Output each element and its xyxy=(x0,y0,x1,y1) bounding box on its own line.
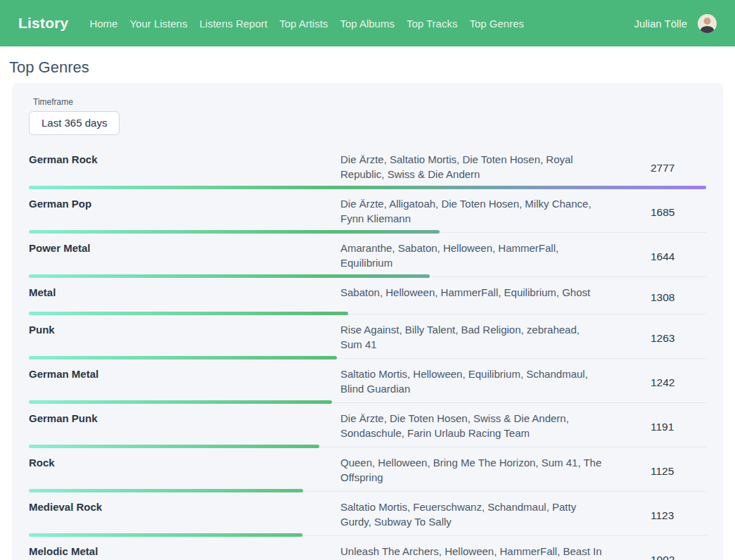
nav-item-your-listens[interactable]: Your Listens xyxy=(129,18,187,30)
genre-listen-count: 1308 xyxy=(651,291,675,308)
genre-listen-count: 1123 xyxy=(651,509,674,526)
page-title: Top Genres xyxy=(9,58,735,77)
genre-listen-count: 1644 xyxy=(651,250,675,267)
top-genres-card: Timeframe Last 365 days German RockDie Ä… xyxy=(12,83,723,560)
person-icon xyxy=(698,14,717,33)
timeframe-label: Timeframe xyxy=(33,97,706,107)
genre-row: Melodic MetalUnleash The Archers, Hellow… xyxy=(29,536,706,560)
genre-table: German RockDie Ärzte, Saltatio Mortis, D… xyxy=(29,144,706,560)
genre-top-artists: Queen, Helloween, Bring Me The Horizon, … xyxy=(340,455,602,491)
genre-listen-count: 1685 xyxy=(651,206,675,223)
genre-row: German PunkDie Ärzte, Die Toten Hosen, S… xyxy=(29,403,706,447)
genre-listen-count: 1242 xyxy=(651,376,675,393)
genre-row: MetalSabaton, Helloween, HammerFall, Equ… xyxy=(29,277,706,314)
genre-top-artists: Die Ärzte, Alligatoah, Die Toten Hosen, … xyxy=(340,196,602,232)
genre-top-artists: Unleash The Archers, Helloween, HammerFa… xyxy=(340,544,602,560)
genre-listen-count: 1191 xyxy=(651,421,674,438)
genre-listen-count: 1125 xyxy=(651,465,674,482)
genre-name: Medieval Rock xyxy=(29,499,340,535)
user-menu[interactable]: Julian Tölle xyxy=(634,14,717,33)
genre-name: Rock xyxy=(29,455,340,491)
genre-name: German Punk xyxy=(29,411,340,447)
genre-name: German Metal xyxy=(29,367,340,402)
main-nav: HomeYour ListensListens ReportTop Artist… xyxy=(89,18,524,30)
genre-row: Medieval RockSaltatio Mortis, Feuerschwa… xyxy=(29,492,706,536)
genre-top-artists: Saltatio Mortis, Helloween, Equilibrium,… xyxy=(340,367,602,402)
user-avatar[interactable] xyxy=(698,14,717,33)
genre-top-artists: Die Ärzte, Die Toten Hosen, Swiss & Die … xyxy=(340,411,602,447)
genre-name: Punk xyxy=(29,322,340,358)
genre-top-artists: Die Ärzte, Saltatio Mortis, Die Toten Ho… xyxy=(340,152,602,188)
nav-item-home[interactable]: Home xyxy=(89,18,117,30)
genre-name: German Pop xyxy=(29,196,340,232)
genre-top-artists: Rise Against, Billy Talent, Bad Religion… xyxy=(340,322,602,358)
genre-row: RockQueen, Helloween, Bring Me The Horiz… xyxy=(29,447,706,492)
genre-listen-count: 1263 xyxy=(651,332,675,349)
timeframe-select[interactable]: Last 365 days xyxy=(29,111,120,135)
genre-listen-count: 1002 xyxy=(651,554,675,560)
genre-name: German Rock xyxy=(29,152,340,188)
genre-row: German PopDie Ärzte, Alligatoah, Die Tot… xyxy=(29,189,706,233)
genre-name: Melodic Metal xyxy=(29,544,340,560)
genre-row: Power MetalAmaranthe, Sabaton, Helloween… xyxy=(29,233,706,277)
genre-row: German RockDie Ärzte, Saltatio Mortis, D… xyxy=(29,144,706,189)
user-name: Julian Tölle xyxy=(634,18,687,30)
nav-item-top-tracks[interactable]: Top Tracks xyxy=(407,18,458,30)
nav-item-listens-report[interactable]: Listens Report xyxy=(199,18,267,30)
genre-top-artists: Saltatio Mortis, Feuerschwanz, Schandmau… xyxy=(340,499,602,535)
brand-logo[interactable]: Listory xyxy=(18,15,68,32)
nav-item-top-artists[interactable]: Top Artists xyxy=(279,18,328,30)
app-header: Listory HomeYour ListensListens ReportTo… xyxy=(0,0,735,46)
genre-top-artists: Sabaton, Helloween, HammerFall, Equilibr… xyxy=(340,285,602,314)
genre-row: PunkRise Against, Billy Talent, Bad Reli… xyxy=(29,314,706,359)
genre-name: Metal xyxy=(29,285,340,314)
nav-item-top-albums[interactable]: Top Albums xyxy=(340,18,395,30)
genre-row: German MetalSaltatio Mortis, Helloween, … xyxy=(29,359,706,403)
nav-item-top-genres[interactable]: Top Genres xyxy=(469,18,524,30)
genre-top-artists: Amaranthe, Sabaton, Helloween, HammerFal… xyxy=(340,241,602,276)
genre-name: Power Metal xyxy=(29,241,340,276)
genre-listen-count: 2777 xyxy=(651,162,675,179)
